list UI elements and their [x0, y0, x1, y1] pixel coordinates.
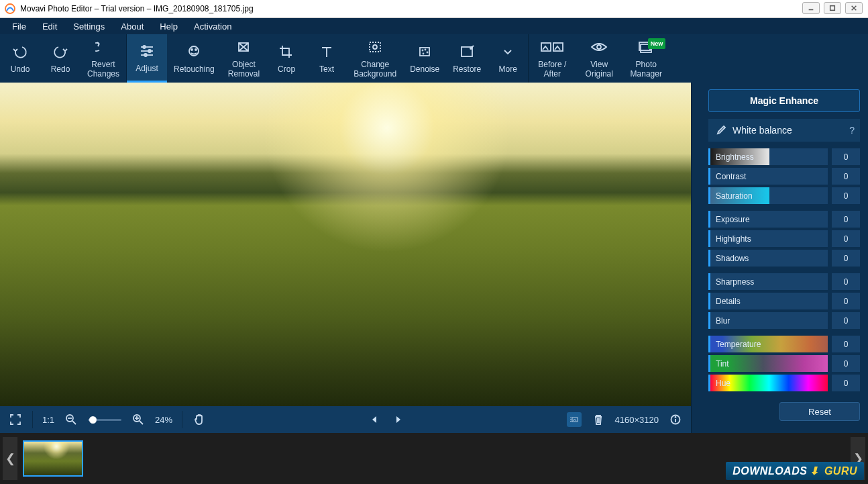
redo-button[interactable]: Redo	[40, 34, 80, 83]
zoom-slider[interactable]	[88, 419, 121, 421]
shadows-slider[interactable]: Shadows	[708, 250, 828, 267]
minimize-button[interactable]	[802, 2, 820, 14]
white-balance-header[interactable]: White balance ?	[708, 119, 860, 142]
blur-slider[interactable]: Blur	[708, 312, 828, 329]
zoom-in-icon[interactable]	[131, 412, 146, 427]
titlebar: Movavi Photo Editor – Trial version – IM…	[0, 0, 868, 18]
info-icon[interactable]	[668, 412, 683, 427]
compare-mode-icon[interactable]	[567, 412, 582, 427]
contrast-value[interactable]: 0	[832, 168, 860, 185]
retouch-tab[interactable]: Retouching	[167, 34, 221, 83]
tint-value[interactable]: 0	[832, 355, 860, 372]
highlights-slider[interactable]: Highlights	[708, 230, 828, 247]
temperature-value[interactable]: 0	[832, 336, 860, 352]
menu-about[interactable]: About	[113, 19, 152, 34]
section-title: White balance	[733, 125, 792, 136]
restore-tab[interactable]: Restore	[446, 34, 488, 83]
exposure-slider[interactable]: Exposure	[708, 211, 828, 228]
denoise-tab[interactable]: Denoise	[403, 34, 446, 83]
color-sliders: Temperature0 Tint0 Hue0	[708, 336, 860, 391]
eye-icon	[590, 38, 608, 56]
svg-rect-2	[830, 6, 835, 11]
viewbar: 1:1 24% 4160×3120	[0, 406, 691, 433]
thumbnail[interactable]	[23, 440, 83, 477]
shadows-value[interactable]: 0	[832, 250, 860, 267]
undo-button[interactable]: Undo	[0, 34, 40, 83]
app-icon	[4, 3, 16, 15]
chevron-down-icon	[501, 43, 514, 60]
svg-line-28	[72, 421, 76, 424]
tone-sliders: Brightness0 Contrast0 Saturation0	[708, 148, 860, 204]
zoom-percent: 24%	[155, 415, 172, 425]
menu-settings[interactable]: Settings	[65, 19, 113, 34]
magic-enhance-button[interactable]: Magic Enhance	[708, 89, 860, 112]
menubar: File Edit Settings About Help Activation	[0, 18, 868, 34]
details-value[interactable]: 0	[832, 293, 860, 309]
view-original-button[interactable]: View Original	[576, 34, 622, 83]
eraser-icon	[235, 38, 252, 56]
temperature-slider[interactable]: Temperature	[708, 336, 828, 352]
hue-slider[interactable]: Hue	[708, 375, 828, 391]
help-icon[interactable]: ?	[849, 125, 855, 136]
viewport[interactable]	[0, 83, 691, 406]
change-background-tab[interactable]: Change Background	[347, 34, 403, 83]
undo-icon	[12, 43, 28, 60]
blur-value[interactable]: 0	[832, 312, 860, 329]
zoom-out-icon[interactable]	[64, 412, 78, 427]
sharpness-value[interactable]: 0	[832, 273, 860, 290]
exposure-value[interactable]: 0	[832, 211, 860, 228]
highlights-value[interactable]: 0	[832, 230, 860, 247]
redo-icon	[52, 43, 68, 60]
new-badge: New	[648, 38, 666, 49]
zoom-knob[interactable]	[89, 416, 97, 424]
text-tab[interactable]: Text	[307, 34, 347, 83]
canvas-wrap: 1:1 24% 4160×3120	[0, 83, 691, 433]
contrast-slider[interactable]: Contrast	[708, 168, 828, 185]
menu-file[interactable]: File	[4, 19, 34, 34]
maximize-button[interactable]	[824, 2, 841, 14]
delete-icon[interactable]	[591, 412, 606, 427]
fullscreen-icon[interactable]	[8, 412, 23, 427]
sharpness-slider[interactable]: Sharpness	[708, 273, 828, 290]
next-image-icon[interactable]	[391, 412, 406, 427]
svg-point-17	[425, 50, 426, 50]
before-after-button[interactable]: Before / After	[529, 34, 576, 83]
more-button[interactable]: More	[488, 34, 528, 83]
window-controls	[798, 2, 863, 14]
menu-activation[interactable]: Activation	[186, 19, 239, 34]
photo-manager-button[interactable]: New Photo Manager	[622, 34, 669, 83]
filmstrip-prev[interactable]: ❮	[3, 437, 17, 480]
close-button[interactable]	[845, 2, 863, 14]
crop-tab[interactable]: Crop	[266, 34, 307, 83]
brightness-slider[interactable]: Brightness	[708, 148, 828, 165]
prev-image-icon[interactable]	[367, 412, 382, 427]
filmstrip: ❮ ❯ DOWNLOADS ⬇ GURU	[0, 433, 868, 484]
svg-point-0	[5, 4, 15, 13]
svg-point-11	[195, 49, 197, 50]
tint-slider[interactable]: Tint	[708, 355, 828, 372]
brightness-value[interactable]: 0	[832, 148, 860, 165]
svg-point-24	[597, 45, 601, 49]
svg-point-18	[427, 52, 428, 53]
revert-button[interactable]: Revert Changes	[80, 34, 126, 83]
retouch-icon	[186, 43, 202, 60]
detail-sliders: Sharpness0 Details0 Blur0	[708, 273, 860, 329]
svg-point-19	[423, 54, 424, 54]
menu-help[interactable]: Help	[152, 19, 186, 34]
hand-tool-icon[interactable]	[192, 412, 207, 427]
saturation-value[interactable]: 0	[832, 187, 860, 204]
object-removal-tab[interactable]: Object Removal	[221, 34, 266, 83]
one-to-one-button[interactable]: 1:1	[42, 415, 54, 425]
menu-edit[interactable]: Edit	[34, 19, 65, 34]
hue-value[interactable]: 0	[832, 375, 860, 391]
exposure-sliders: Exposure0 Highlights0 Shadows0	[708, 211, 860, 267]
adjust-tab[interactable]: Adjust	[127, 34, 167, 83]
reset-button[interactable]: Reset	[779, 402, 860, 421]
svg-point-14	[373, 45, 377, 49]
vertical-scrollbar[interactable]	[691, 83, 700, 433]
adjust-panel: Magic Enhance White balance ? Brightness…	[700, 83, 868, 433]
details-slider[interactable]: Details	[708, 293, 828, 309]
svg-point-21	[470, 48, 472, 49]
saturation-slider[interactable]: Saturation	[708, 187, 828, 204]
eyedropper-icon	[714, 125, 728, 136]
